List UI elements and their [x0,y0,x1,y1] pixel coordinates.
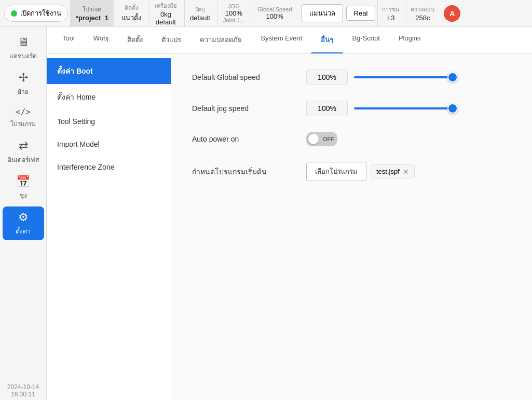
tab-safety[interactable]: ความปลอดภัย [190,27,251,53]
jog-sub: Joint J... [223,17,244,23]
collision-label: การชน [382,5,400,14]
sidebar-label-schedule: ซุง [20,190,27,200]
global-value: 100% [266,12,283,20]
auto-power-label: Auto power on [192,135,296,143]
interface-icon: ⇄ [19,139,28,153]
sidebar-item-dashboard[interactable]: 🖥 แดชบอร์ด [3,31,44,65]
status-dot [11,10,17,17]
toggle-label: OFF [323,136,334,142]
tool-section: เครื่องมือ 0kg default [149,0,182,26]
left-nav: ตั้งค่า Boot ตั้งค่า Home Tool Setting I… [47,54,171,400]
check-label: ตรวจสอบ [411,5,434,14]
jog-speed-control: 100% [306,101,458,116]
project-section: โปรเจค *project_1 [70,0,114,26]
code-icon: </> [16,107,31,117]
jog-speed-value: 100% [306,101,348,116]
slider-thumb[interactable] [447,103,458,114]
open-btn[interactable]: เปิดการใช้งาน [4,5,68,22]
real-btn[interactable]: Real [346,6,376,21]
left-nav-interference-zone[interactable]: Interference Zone [47,156,171,178]
jog-label: JOG [228,3,240,9]
tab-tool[interactable]: Tool [53,27,84,53]
sidebar-item-program[interactable]: </> โปรแกรม [3,103,44,133]
slider-fill [354,76,458,78]
tab-bar: Tool Wobj ติดตั้ง ตัวแปร ความปลอดภัย Sys… [47,27,532,54]
sidebar-item-settings[interactable]: ⚙ ตั้งค่า [3,206,44,240]
avatar[interactable]: A [444,5,460,22]
slider-track [354,107,458,109]
auto-power-row: Auto power on OFF [192,132,511,146]
program-selector: เลือกโปรแกรม test.jspf ✕ [306,162,415,181]
settings-icon: ⚙ [18,211,29,224]
project-label: โปรเจค [83,5,101,14]
manual-btn[interactable]: แมนนวล [302,4,343,22]
check-section[interactable]: ตรวจสอบ 258c [406,0,439,26]
install-section: ติดตั้ง แนวตั้ง [116,0,147,26]
global-section: Global Speed 100% [252,0,297,26]
datetime: 2024-10-14 16:30:11 [7,381,39,400]
tool-value-weight: 0kg [160,10,171,18]
sidebar-label-move: ย้าย [18,87,29,96]
program-file-name: test.jspf [376,168,400,175]
collision-value: L3 [387,14,394,22]
program-file-tag: test.jspf ✕ [371,164,415,178]
tab-wobj[interactable]: Wobj [84,27,118,53]
install-value: แนวตั้ง [121,12,141,23]
sidebar-item-schedule[interactable]: 📅 ซุง [3,171,44,204]
coord-value: default [190,14,210,22]
collision-section[interactable]: การชน L3 [377,0,404,26]
content-area: Tool Wobj ติดตั้ง ตัวแปร ความปลอดภัย Sys… [47,27,532,400]
open-btn-label: เปิดการใช้งาน [20,8,61,19]
tab-plugins[interactable]: Plugins [389,27,430,53]
auto-power-control: OFF [306,132,337,146]
sidebar-label-program: โปรแกรม [10,119,36,129]
left-nav-boot[interactable]: ตั้งค่า Boot [47,58,171,84]
date: 2024-10-14 [7,383,39,391]
left-nav-home[interactable]: ตั้งค่า Home [47,84,171,110]
jog-section: JOG 100% Joint J... [217,0,250,26]
coord-section: วัตถุ default [184,0,215,26]
tab-install[interactable]: ติดตั้ง [118,27,152,53]
global-speed-control: 100% [306,70,458,85]
jog-speed-label: Default jog speed [192,104,296,113]
tool-value-name: default [156,18,176,26]
slider-thumb[interactable] [447,72,458,82]
jog-speed-slider[interactable] [354,102,458,115]
main-layout: 🖥 แดชบอร์ด ✢ ย้าย </> โปรแกรม ⇄ อินเตอร์… [0,27,532,400]
settings-panel: Default Global speed 100% Default jog sp [171,54,532,400]
jog-value: 100% [225,9,242,17]
auto-power-toggle[interactable]: OFF [306,132,337,146]
jog-speed-row: Default jog speed 100% [192,101,511,116]
sidebar: 🖥 แดชบอร์ด ✢ ย้าย </> โปรแกรม ⇄ อินเตอร์… [0,27,47,400]
sidebar-label-dashboard: แดชบอร์ด [9,51,37,61]
global-speed-label: Default Global speed [192,73,296,81]
sidebar-item-move[interactable]: ✢ ย้าย [3,67,44,101]
tab-variable[interactable]: ตัวแปร [152,27,190,53]
sidebar-label-settings: ตั้งค่า [16,226,31,236]
coord-label: วัตถุ [195,5,205,14]
program-file-close-btn[interactable]: ✕ [403,168,409,175]
program-label: กำหนดโปรแกรมเริ่มต้น [192,166,296,177]
sidebar-item-interface[interactable]: ⇄ อินเตอร์เฟส [3,135,44,169]
check-value: 258c [415,14,430,22]
tab-system-event[interactable]: System Event [251,27,311,53]
install-label: ติดตั้ง [125,3,138,12]
toggle-knob [308,134,319,144]
move-icon: ✢ [19,71,28,85]
tab-other[interactable]: อื่นๆ [311,27,343,53]
topbar: เปิดการใช้งาน โปรเจค *project_1 ติดตั้ง … [0,0,532,27]
program-select-btn[interactable]: เลือกโปรแกรม [306,162,366,181]
sidebar-label-interface: อินเตอร์เฟส [8,155,39,164]
left-nav-tool-setting[interactable]: Tool Setting [47,110,171,133]
time: 16:30:11 [7,391,39,398]
program-control: เลือกโปรแกรม test.jspf ✕ [306,162,415,181]
global-speed-slider[interactable] [354,71,458,84]
tab-bgscript[interactable]: Bg-Script [343,27,389,53]
inner-layout: ตั้งค่า Boot ตั้งค่า Home Tool Setting I… [47,54,532,400]
slider-fill [354,107,458,109]
global-speed-value: 100% [306,70,348,85]
left-nav-import-model[interactable]: Import Model [47,133,171,156]
schedule-icon: 📅 [16,175,30,188]
slider-track [354,76,458,78]
dashboard-icon: 🖥 [18,35,29,49]
